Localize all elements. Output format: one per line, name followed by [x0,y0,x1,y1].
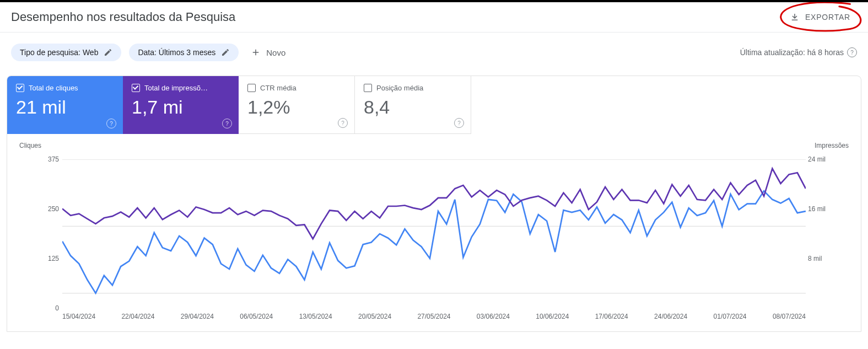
chip-date-range-label: Data: Últimos 3 meses [138,48,215,57]
chip-date-range[interactable]: Data: Últimos 3 meses [129,44,239,61]
export-button-label: EXPORTAR [805,13,850,22]
chart-svg [62,159,806,332]
y-tick-left: 125 [37,255,59,262]
page-title: Desempenho nos resultados da Pesquisa [11,10,235,24]
download-icon [790,12,800,22]
pencil-icon [104,48,112,57]
y-tick-left: 375 [37,155,59,163]
metric-label: Total de impressõ… [144,84,208,92]
y-axis-right-label: Impressões [815,142,849,149]
metric-value: 21 mil [16,96,114,118]
pencil-icon [221,48,230,57]
chip-search-type-label: Tipo de pesquisa: Web [20,48,98,57]
metric-card-clicks[interactable]: Total de cliques 21 mil ? [7,76,123,134]
series-line-clicks [62,191,806,293]
checkbox-icon [364,84,372,92]
export-button-wrap: EXPORTAR [783,10,857,24]
help-icon[interactable]: ? [222,119,232,128]
filters-bar: Tipo de pesquisa: Web Data: Últimos 3 me… [0,33,868,76]
y-tick-right: 24 mil [808,155,839,163]
metric-label: Total de cliques [29,84,78,92]
metric-card-position[interactable]: Posição média 8,4 ? [355,76,471,134]
help-icon[interactable]: ? [106,119,116,128]
last-updated-text: Última atualização: há 8 horas [740,48,844,57]
metric-value: 8,4 [364,96,462,118]
add-filter-label: Novo [266,48,285,57]
checkbox-icon [132,84,140,92]
filter-chips: Tipo de pesquisa: Web Data: Últimos 3 me… [11,44,290,61]
last-updated: Última atualização: há 8 horas ? [740,47,857,57]
metric-label: Posição média [376,84,423,92]
y-tick-left: 250 [37,205,59,213]
help-icon[interactable]: ? [454,118,464,128]
performance-panel: Total de cliques 21 mil ? Total de impre… [7,76,861,332]
help-icon[interactable]: ? [338,118,348,128]
metric-label: CTR média [260,84,296,92]
checkbox-icon [16,84,24,92]
y-tick-right: 8 mil [808,255,839,262]
checkbox-icon [247,84,256,92]
y-axis-left-label: Cliques [19,142,41,149]
metric-card-impressions[interactable]: Total de impressõ… 1,7 mi ? [123,76,239,134]
metric-value: 1,7 mi [132,96,230,118]
chip-search-type[interactable]: Tipo de pesquisa: Web [11,44,121,61]
add-filter-button[interactable]: Novo [246,44,290,61]
metric-card-ctr[interactable]: CTR média 1,2% ? [239,76,355,134]
y-tick-left: 0 [37,304,59,312]
metric-cards: Total de cliques 21 mil ? Total de impre… [7,76,861,134]
metric-value: 1,2% [247,96,346,118]
y-tick-right: 16 mil [808,205,839,213]
series-line-impressions [62,169,806,239]
chart-plot[interactable]: 375 250 125 0 24 mil 16 mil 8 mil [62,159,806,308]
export-button[interactable]: EXPORTAR [786,12,854,23]
help-icon[interactable]: ? [847,47,857,57]
plus-icon [251,47,261,57]
chart-area: Cliques Impressões 375 250 125 0 24 mil … [7,134,861,331]
page-header: Desempenho nos resultados da Pesquisa EX… [0,2,868,33]
